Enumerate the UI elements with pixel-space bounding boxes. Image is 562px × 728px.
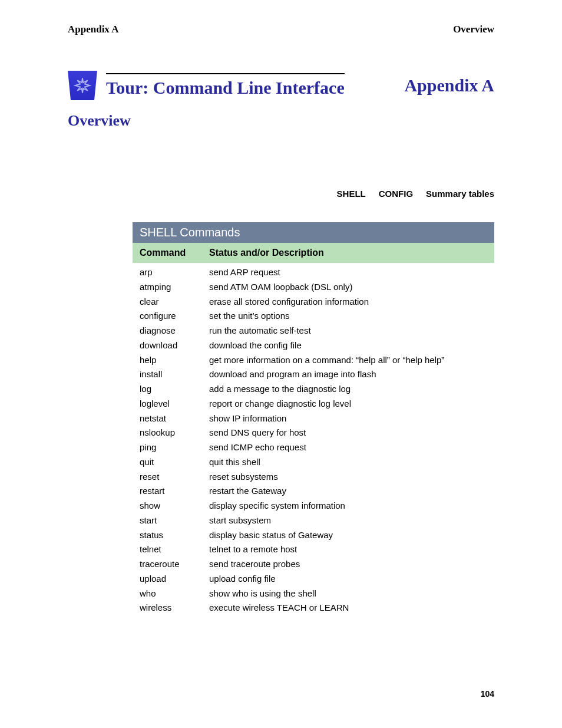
cmd-description: start subsystem	[209, 513, 487, 528]
cmd-description: send ICMP echo request	[209, 440, 487, 455]
cmd-name: show	[140, 499, 209, 513]
cmd-name: help	[140, 353, 209, 368]
cmd-name: log	[140, 382, 209, 397]
table-row: quitquit this shell	[140, 455, 487, 470]
cmd-name: status	[140, 528, 209, 543]
cmd-description: run the automatic self-test	[209, 324, 487, 338]
table-row: logadd a message to the diagnostic log	[140, 382, 487, 397]
table-row: clearerase all stored configuration info…	[140, 295, 487, 309]
header-left: Appendix A	[68, 24, 118, 35]
cmd-description: download the config file	[209, 338, 487, 353]
cmd-description: erase all stored configuration informati…	[209, 295, 487, 309]
table-row: showdisplay specific system information	[140, 499, 487, 513]
cmd-description: show who is using the shell	[209, 587, 487, 601]
tab-summary[interactable]: Summary tables	[426, 189, 494, 199]
cmd-name: download	[140, 338, 209, 353]
title-row: Tour: Command Line Interface Appendix A	[68, 71, 494, 100]
cmd-name: reset	[140, 470, 209, 485]
cmd-name: nslookup	[140, 426, 209, 440]
cmd-description: set the unit’s options	[209, 309, 487, 324]
table-row: resetreset subsystems	[140, 470, 487, 485]
tabs-row: SHELL CONFIG Summary tables	[68, 189, 494, 199]
cmd-description: send DNS query for host	[209, 426, 487, 440]
table-row: statusdisplay basic status of Gateway	[140, 528, 487, 543]
cmd-description: execute wireless TEACH or LEARN	[209, 601, 487, 615]
cmd-description: send ATM OAM loopback (DSL only)	[209, 280, 487, 295]
cmd-name: traceroute	[140, 557, 209, 572]
cmd-name: diagnose	[140, 324, 209, 338]
cmd-name: clear	[140, 295, 209, 309]
table-row: wirelessexecute wireless TEACH or LEARN	[140, 601, 487, 615]
appendix-title: Appendix A	[404, 75, 494, 95]
table-row: telnettelnet to a remote host	[140, 542, 487, 557]
cmd-name: start	[140, 513, 209, 528]
cmd-description: report or change diagnostic log level	[209, 397, 487, 411]
cmd-description: add a message to the diagnostic log	[209, 382, 487, 397]
cmd-description: get more information on a command: “help…	[209, 353, 487, 368]
table-row: helpget more information on a command: “…	[140, 353, 487, 368]
table-row: installdownload and program an image int…	[140, 367, 487, 382]
table-row: nslookupsend DNS query for host	[140, 426, 487, 440]
page-number: 104	[481, 689, 494, 699]
table-row: diagnoserun the automatic self-test	[140, 324, 487, 338]
cmd-name: loglevel	[140, 397, 209, 411]
table-title: SHELL Commands	[133, 222, 494, 243]
commands-table: SHELL Commands Command Status and/or Des…	[133, 222, 494, 618]
cmd-name: configure	[140, 309, 209, 324]
cmd-description: restart the Gateway	[209, 484, 487, 499]
cmd-name: netstat	[140, 411, 209, 426]
cmd-name: arp	[140, 265, 209, 280]
table-header-row: Command Status and/or Description	[133, 243, 494, 263]
cmd-name: ping	[140, 440, 209, 455]
table-row: downloaddownload the config file	[140, 338, 487, 353]
cmd-name: atmping	[140, 280, 209, 295]
page-header: Appendix A Overview	[68, 24, 494, 35]
cmd-description: send traceroute probes	[209, 557, 487, 572]
cmd-description: quit this shell	[209, 455, 487, 470]
cmd-name: quit	[140, 455, 209, 470]
cmd-description: upload config file	[209, 572, 487, 587]
tour-icon	[68, 71, 97, 100]
cmd-name: wireless	[140, 601, 209, 615]
col-header-description: Status and/or Description	[209, 248, 487, 258]
overview-heading: Overview	[68, 112, 494, 130]
cmd-description: download and program an image into flash	[209, 367, 487, 382]
table-row: uploadupload config file	[140, 572, 487, 587]
table-row: traceroutesend traceroute probes	[140, 557, 487, 572]
table-row: pingsend ICMP echo request	[140, 440, 487, 455]
header-right: Overview	[453, 24, 494, 35]
table-row: loglevelreport or change diagnostic log …	[140, 397, 487, 411]
table-row: netstatshow IP information	[140, 411, 487, 426]
table-row: startstart subsystem	[140, 513, 487, 528]
cmd-name: telnet	[140, 542, 209, 557]
cmd-name: upload	[140, 572, 209, 587]
main-title: Tour: Command Line Interface	[106, 78, 345, 97]
table-body: arpsend ARP requestatmpingsend ATM OAM l…	[133, 263, 494, 618]
table-row: atmpingsend ATM OAM loopback (DSL only)	[140, 280, 487, 295]
cmd-description: reset subsystems	[209, 470, 487, 485]
cmd-name: restart	[140, 484, 209, 499]
table-row: whoshow who is using the shell	[140, 587, 487, 601]
cmd-name: install	[140, 367, 209, 382]
table-row: restartrestart the Gateway	[140, 484, 487, 499]
cmd-name: who	[140, 587, 209, 601]
tab-config[interactable]: CONFIG	[379, 189, 413, 199]
col-header-command: Command	[140, 248, 209, 258]
tab-shell[interactable]: SHELL	[337, 189, 366, 199]
cmd-description: show IP information	[209, 411, 487, 426]
cmd-description: display specific system information	[209, 499, 487, 513]
table-row: configureset the unit’s options	[140, 309, 487, 324]
cmd-description: telnet to a remote host	[209, 542, 487, 557]
cmd-description: display basic status of Gateway	[209, 528, 487, 543]
table-row: arpsend ARP request	[140, 265, 487, 280]
cmd-description: send ARP request	[209, 265, 487, 280]
